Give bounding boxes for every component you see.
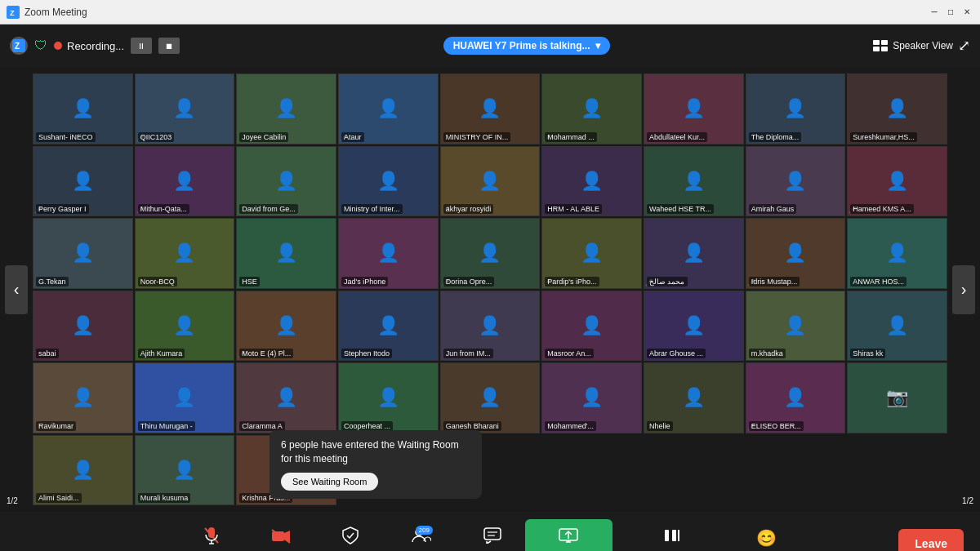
svg-rect-26 (678, 530, 679, 541)
pause-recording-icon (662, 527, 682, 549)
participant-name-label: Alimi Saidi... (36, 493, 82, 503)
video-cell: 👤David from Ge... (236, 146, 336, 217)
participant-name-label: Sureshkumar,HS... (850, 132, 917, 142)
video-cell: 👤Abdullateel Kur... (644, 73, 744, 144)
participants-button[interactable]: 209 Participants (383, 522, 459, 552)
video-cell: 👤The Diploma... (746, 73, 846, 144)
reactions-button[interactable]: 😊 Reactions (732, 522, 801, 552)
start-video-button[interactable]: Start Video (244, 522, 318, 552)
video-cell: 👤HRM - AL ABLE (541, 146, 642, 217)
participant-name-label: G.Tekan (36, 277, 69, 287)
participant-name-label: Waheed HSE TR... (647, 204, 714, 214)
security-button[interactable]: Security (318, 522, 383, 552)
participant-name-label: Mohammad ... (545, 132, 597, 142)
leave-button[interactable]: Leave (898, 529, 964, 551)
participant-avatar: 👤 (173, 387, 195, 408)
participant-name-label: Masroor An... (545, 349, 594, 358)
participant-name-label: ANWAR HOS... (850, 277, 906, 287)
participant-avatar: 👤 (479, 98, 501, 119)
minimize-button[interactable]: ─ (928, 6, 941, 19)
participant-name-label: QIIC1203 (138, 132, 175, 142)
video-cell: 👤Joyee Cabilin (236, 73, 336, 144)
participant-avatar: 👤 (886, 315, 908, 336)
speaker-view-controls: Speaker View ⤢ (873, 37, 970, 55)
chat-button[interactable]: Chat (460, 522, 525, 552)
participant-name-label: Jun from IM... (443, 349, 493, 358)
participant-name-label: Cooperheat ... (341, 421, 393, 431)
participant-avatar: 👤 (72, 242, 94, 264)
video-cell: 👤Waheed HSE TR... (644, 146, 744, 217)
share-screen-button[interactable]: Share Screen (525, 519, 612, 552)
participant-avatar: 👤 (377, 242, 399, 264)
video-cell: 👤Stephen Itodo (338, 291, 439, 362)
video-cell: 👤🎤محمد صالح (644, 218, 744, 289)
video-cell: 👤Ajith Kumara (135, 291, 235, 362)
fullscreen-button[interactable]: ⤢ (958, 37, 970, 55)
participant-name-label: Ajith Kumara (138, 349, 185, 358)
stop-recording-button[interactable]: ⏹ (158, 38, 180, 54)
video-cell: 👤Thiru Murugan - (135, 362, 235, 433)
participant-avatar: 📷 (886, 387, 908, 408)
reactions-icon: 😊 (756, 527, 777, 549)
participant-name-label: Ravikumar (36, 421, 76, 431)
participant-name-label: Ataur (341, 132, 364, 142)
participant-name-label: Jad's iPhone (341, 277, 388, 287)
video-cell: 👤🎤Mohammad ... (541, 73, 642, 144)
participant-name-label: HRM - AL ABLE (545, 204, 602, 214)
svg-text:Z: Z (15, 42, 20, 51)
svg-rect-7 (881, 47, 888, 51)
participant-avatar: 👤 (683, 242, 705, 264)
titlebar: Z Zoom Meeting ─ □ ✕ (0, 0, 980, 24)
participant-avatar: 👤 (581, 387, 603, 408)
svg-rect-25 (672, 530, 676, 541)
participant-name-label: David from Ge... (239, 204, 298, 214)
video-cell: 👤Jad's iPhone (338, 218, 439, 289)
active-speaker-badge: HUAWEI Y7 Prime is talking... ▾ (443, 37, 610, 55)
video-cell: 👤🎤akhyar rosyidi (440, 146, 541, 217)
svg-rect-24 (665, 530, 669, 541)
video-cell: 👤G.Tekan (33, 218, 133, 289)
svg-text:Z: Z (10, 9, 15, 17)
participant-name-label: Mohammed'... (545, 421, 596, 431)
close-button[interactable]: ✕ (960, 6, 973, 19)
participant-avatar: 👤 (581, 242, 603, 264)
unmute-button[interactable]: Unmute (179, 522, 244, 552)
see-waiting-room-button[interactable]: See Waiting Room (281, 473, 378, 491)
svg-rect-17 (484, 528, 501, 540)
participant-avatar: 👤 (784, 171, 806, 192)
participant-avatar: 👤 (683, 315, 705, 336)
participant-name-label: HSE (239, 277, 260, 287)
participant-name-label: Thiru Murugan - (138, 421, 195, 431)
recording-dot (54, 42, 62, 50)
participant-avatar: 👤 (173, 242, 195, 264)
speaker-view-label: Speaker View (893, 40, 953, 51)
next-page-button[interactable]: › (952, 265, 975, 314)
video-cell: 👤HSE (236, 218, 336, 289)
participants-icon: 209 (412, 527, 431, 549)
participant-name-label: Dorina Opre... (443, 277, 495, 287)
previous-page-button[interactable]: ‹ (5, 265, 28, 314)
waiting-room-notification: 6 people have entered the Waiting Room f… (270, 430, 482, 499)
participant-name-label: Ministry of Inter... (341, 204, 403, 214)
active-speaker-label: HUAWEI Y7 Prime is talking... (453, 40, 590, 51)
video-grid-area: ‹ 👤Sushant- iNECO👤🎤QIIC1203👤Joyee Cabili… (0, 67, 980, 512)
participant-avatar: 👤 (275, 387, 297, 408)
security-icon (342, 527, 359, 549)
participant-name-label: Sushant- iNECO (36, 132, 96, 142)
video-cell: 👤Ganesh Bharani (440, 362, 541, 433)
video-cell: 👤Claramma A (236, 362, 336, 433)
video-cell: 👤Ministry of Inter... (338, 146, 439, 217)
participant-name-label: MINISTRY OF IN... (443, 132, 511, 142)
video-cell: 👤Nhelie (644, 362, 744, 433)
pause-recording-button[interactable]: ⏸ (131, 38, 152, 54)
participant-avatar: 👤 (683, 387, 705, 408)
waiting-room-text: 6 people have entered the Waiting Room f… (281, 438, 470, 466)
video-cell: 👤🎤Moto E (4) Pl... (236, 291, 336, 362)
video-cell: 👤m.khadka (746, 291, 846, 362)
video-cell: 👤Cooperheat ... (338, 362, 439, 433)
pause-stop-recording-button[interactable]: Pause/Stop Recording (612, 522, 732, 552)
participant-name-label: Idris Mustap... (749, 277, 800, 287)
maximize-button[interactable]: □ (944, 6, 957, 19)
video-cell: 👤Abrar Ghouse ... (644, 291, 744, 362)
video-cell: 📷 (847, 362, 947, 433)
